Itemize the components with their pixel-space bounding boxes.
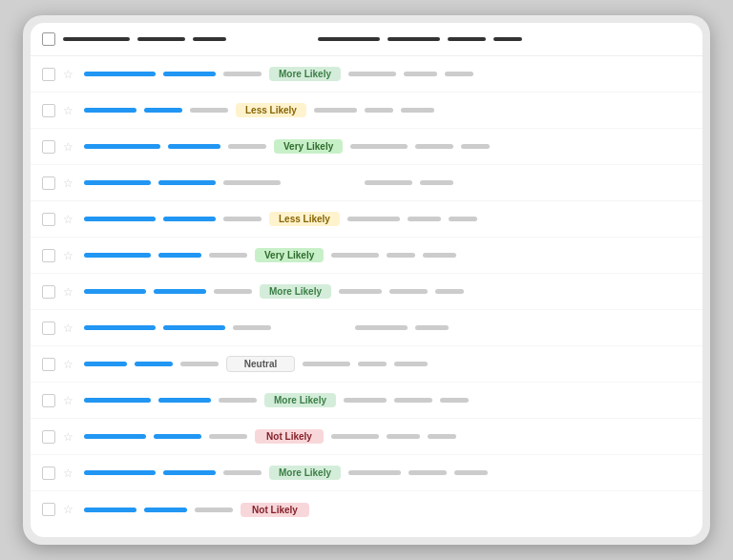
row-checkbox[interactable] [42, 249, 55, 262]
table-row[interactable]: ☆ Less Likely [31, 201, 702, 238]
cell-col3 [190, 108, 228, 113]
cell-col1 [84, 325, 156, 330]
cell-col1 [84, 508, 136, 512]
cell-col7 [440, 398, 469, 403]
table-row[interactable]: ☆ Less Likely [31, 93, 702, 129]
table-row[interactable]: ☆ More Likely [31, 383, 702, 419]
table-header [31, 23, 702, 56]
row-checkbox[interactable] [42, 394, 55, 407]
status-badge: More Likely [264, 393, 336, 407]
cell-col1 [84, 72, 156, 76]
header-col1 [63, 37, 130, 41]
status-badge: Not Likely [241, 503, 309, 517]
cell-col6 [415, 144, 453, 149]
cell-col5 [339, 289, 382, 294]
cell-col6 [408, 217, 441, 221]
row-star[interactable]: ☆ [63, 503, 76, 516]
table-body: ☆ More Likely ☆ Less Likely ☆ Very Likel… [31, 56, 702, 537]
row-star[interactable]: ☆ [63, 394, 76, 407]
cell-col7 [401, 108, 434, 113]
header-col3 [193, 37, 226, 41]
table-row[interactable]: ☆ Not Likely [31, 419, 702, 455]
status-badge: More Likely [269, 67, 341, 81]
table-row[interactable]: ☆ More Likely [31, 274, 702, 310]
row-checkbox[interactable] [42, 467, 55, 480]
status-badge: Neutral [226, 356, 295, 372]
cell-col3 [228, 144, 266, 149]
status-badge: Very Likely [274, 139, 343, 154]
row-star[interactable]: ☆ [63, 140, 76, 154]
cell-col6 [394, 398, 432, 403]
status-badge: Very Likely [255, 248, 324, 262]
table-row[interactable]: ☆ More Likely [31, 455, 702, 491]
cell-col5 [348, 72, 396, 76]
cell-col5 [347, 217, 400, 221]
cell-col6 [387, 434, 420, 439]
row-checkbox[interactable] [42, 430, 55, 444]
cell-col3 [209, 253, 247, 258]
cell-col7 [445, 72, 473, 76]
row-checkbox[interactable] [42, 140, 55, 154]
row-star[interactable]: ☆ [63, 213, 76, 226]
status-badge: More Likely [260, 284, 331, 299]
row-star[interactable]: ☆ [63, 430, 76, 444]
row-checkbox[interactable] [42, 213, 55, 226]
row-star[interactable]: ☆ [63, 358, 76, 371]
table-row[interactable]: ☆ Very Likely [31, 129, 702, 165]
row-star[interactable]: ☆ [63, 285, 76, 299]
cell-col2 [168, 144, 220, 149]
header-col5 [387, 37, 440, 41]
row-star[interactable]: ☆ [63, 249, 76, 262]
cell-col5 [350, 144, 408, 149]
cell-col5 [331, 434, 379, 439]
header-col2 [137, 37, 185, 41]
row-checkbox[interactable] [42, 321, 55, 335]
cell-col5 [314, 108, 357, 113]
cell-col7 [435, 289, 464, 294]
table-row[interactable]: ☆ Not Likely [31, 491, 702, 528]
row-checkbox[interactable] [42, 285, 55, 299]
cell-col5 [331, 253, 379, 258]
cell-col2 [158, 253, 201, 258]
screen: ☆ More Likely ☆ Less Likely ☆ Very Likel… [31, 23, 702, 537]
cell-col2 [144, 508, 187, 512]
header-col7 [493, 37, 522, 41]
cell-col6 [389, 289, 428, 294]
row-checkbox[interactable] [42, 503, 55, 516]
cell-col3 [180, 362, 219, 366]
table-row[interactable]: ☆ Neutral [31, 346, 702, 383]
row-checkbox[interactable] [42, 104, 55, 117]
cell-col6 [408, 470, 447, 475]
header-col4 [318, 37, 380, 41]
row-star[interactable]: ☆ [63, 104, 76, 117]
cell-col1 [84, 398, 151, 403]
table-row[interactable]: ☆ More Likely [31, 56, 702, 93]
row-star[interactable]: ☆ [63, 467, 76, 480]
cell-col5 [348, 470, 401, 475]
cell-col3 [209, 434, 247, 439]
cell-col2 [135, 362, 173, 366]
cell-col2 [163, 470, 216, 475]
row-checkbox[interactable] [42, 176, 55, 190]
cell-col1 [84, 289, 146, 294]
table-row[interactable]: ☆ [31, 165, 702, 201]
row-star[interactable]: ☆ [63, 176, 76, 190]
cell-col7 [428, 434, 456, 439]
cell-col5 [365, 180, 412, 185]
row-star[interactable]: ☆ [63, 68, 76, 81]
table-row[interactable]: ☆ [31, 310, 702, 346]
row-star[interactable]: ☆ [63, 321, 76, 335]
header-checkbox[interactable] [42, 32, 55, 46]
cell-col2 [158, 180, 216, 185]
cell-col5 [303, 362, 350, 366]
cell-col3 [223, 217, 262, 221]
row-checkbox[interactable] [42, 358, 55, 371]
cell-col7 [449, 217, 477, 221]
cell-col3 [219, 398, 257, 403]
cell-col6 [415, 325, 449, 330]
table-row[interactable]: ☆ Very Likely [31, 238, 702, 274]
cell-col2 [144, 108, 182, 113]
cell-col1 [84, 108, 136, 113]
row-checkbox[interactable] [42, 68, 55, 81]
cell-col6 [387, 253, 415, 258]
